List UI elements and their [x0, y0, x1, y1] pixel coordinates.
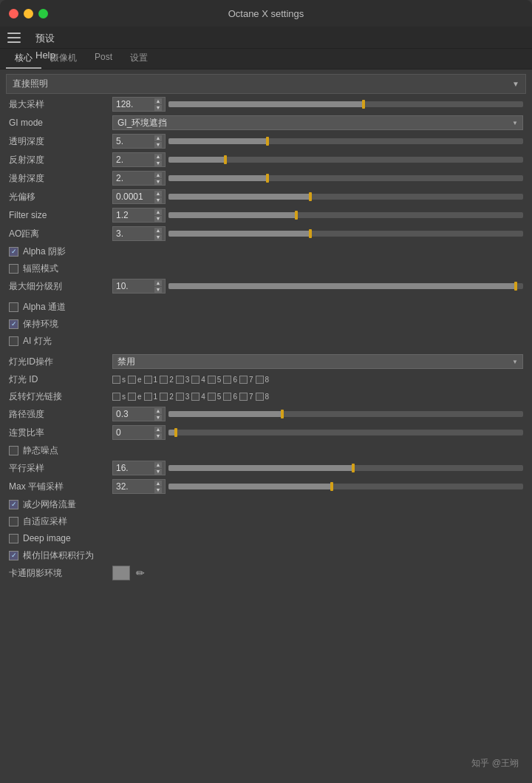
tab-camera[interactable]: 摄像机 — [41, 49, 86, 69]
lightid-checkbox[interactable] — [208, 376, 216, 384]
maximize-button[interactable] — [38, 9, 48, 18]
num-box[interactable]: 10. ▲ ▼ — [112, 279, 166, 294]
num-box[interactable]: 0.3 ▲ ▼ — [112, 407, 166, 421]
lightlink-checkbox[interactable] — [176, 393, 184, 401]
dropdown[interactable]: GI_环境遮挡 ▼ — [112, 115, 523, 130]
checkbox-input[interactable] — [9, 336, 18, 346]
lightid-checkbox[interactable] — [112, 376, 120, 384]
num-box[interactable]: 2. ▲ ▼ — [112, 152, 166, 167]
spinner-up[interactable]: ▲ — [154, 427, 162, 433]
spinner[interactable]: ▲ ▼ — [154, 462, 162, 475]
slider-track[interactable] — [168, 231, 523, 237]
num-box[interactable]: 0 ▲ ▼ — [112, 425, 166, 440]
num-box[interactable]: 128. ▲ ▼ — [112, 97, 166, 112]
checkbox-input[interactable] — [9, 551, 18, 560]
slider-track[interactable] — [168, 212, 523, 218]
spinner[interactable]: ▲ ▼ — [154, 98, 162, 111]
num-box[interactable]: 1.2 ▲ ▼ — [112, 208, 166, 223]
menu-item-presets[interactable]: 预设 — [30, 30, 61, 47]
checkbox-input[interactable] — [9, 517, 18, 526]
spinner-up[interactable]: ▲ — [154, 191, 162, 197]
lightlink-checkbox[interactable] — [144, 393, 152, 401]
spinner-down[interactable]: ▼ — [154, 234, 162, 240]
eyedropper-button[interactable]: ✏ — [136, 567, 145, 579]
minimize-button[interactable] — [24, 9, 33, 18]
lightid-checkbox[interactable] — [191, 376, 200, 384]
checkbox-input[interactable] — [9, 500, 18, 509]
lightid-checkbox[interactable] — [144, 376, 152, 384]
close-button[interactable] — [9, 9, 18, 18]
spinner-up[interactable]: ▲ — [154, 228, 162, 234]
section-header[interactable]: 直接照明 ▼ — [6, 74, 526, 94]
spinner[interactable]: ▲ ▼ — [154, 154, 162, 166]
lightid-checkbox[interactable] — [128, 376, 136, 384]
spinner[interactable]: ▲ ▼ — [154, 408, 162, 421]
dropdown[interactable]: 禁用 ▼ — [112, 354, 523, 369]
spinner-down[interactable]: ▼ — [154, 142, 162, 148]
spinner-down[interactable]: ▼ — [154, 179, 162, 185]
lightid-checkbox[interactable] — [176, 376, 184, 384]
spinner-down[interactable]: ▼ — [154, 415, 162, 421]
tab-post[interactable]: Post — [86, 49, 121, 69]
color-swatch[interactable] — [112, 566, 130, 580]
spinner-down[interactable]: ▼ — [154, 197, 162, 203]
slider-track[interactable] — [168, 194, 523, 200]
spinner-down[interactable]: ▼ — [154, 287, 162, 293]
lightlink-checkbox[interactable] — [256, 393, 264, 401]
slider-track[interactable] — [168, 101, 523, 107]
lightlink-checkbox[interactable] — [208, 393, 216, 401]
spinner-up[interactable]: ▲ — [154, 280, 162, 286]
spinner[interactable]: ▲ ▼ — [154, 481, 162, 493]
slider-track[interactable] — [168, 175, 523, 181]
spinner[interactable]: ▲ ▼ — [154, 172, 162, 185]
lightlink-checkbox[interactable] — [160, 393, 168, 401]
slider-track[interactable] — [168, 465, 523, 471]
spinner-up[interactable]: ▲ — [154, 172, 162, 178]
spinner[interactable]: ▲ ▼ — [154, 191, 162, 203]
spinner-down[interactable]: ▼ — [154, 160, 162, 166]
spinner-up[interactable]: ▲ — [154, 462, 162, 468]
checkbox-input[interactable] — [9, 446, 18, 455]
spinner-up[interactable]: ▲ — [154, 98, 162, 104]
tab-core[interactable]: 核心 — [6, 49, 41, 69]
num-box[interactable]: 3. ▲ ▼ — [112, 226, 166, 241]
slider-track[interactable] — [168, 411, 523, 417]
spinner[interactable]: ▲ ▼ — [154, 135, 162, 148]
spinner-down[interactable]: ▼ — [154, 216, 162, 222]
slider-track[interactable] — [168, 138, 523, 144]
slider-track[interactable] — [168, 484, 523, 489]
spinner-down[interactable]: ▼ — [154, 105, 162, 111]
num-box[interactable]: 32. ▲ ▼ — [112, 479, 166, 494]
spinner-up[interactable]: ▲ — [154, 408, 162, 414]
spinner[interactable]: ▲ ▼ — [154, 280, 162, 293]
lightlink-checkbox[interactable] — [239, 393, 248, 401]
lightid-checkbox[interactable] — [256, 376, 264, 384]
checkbox-input[interactable] — [9, 534, 18, 543]
spinner[interactable]: ▲ ▼ — [154, 209, 162, 222]
lightlink-checkbox[interactable] — [112, 393, 120, 401]
num-box[interactable]: 16. ▲ ▼ — [112, 461, 166, 475]
tab-settings[interactable]: 设置 — [121, 49, 157, 69]
spinner[interactable]: ▲ ▼ — [154, 228, 162, 240]
num-box[interactable]: 2. ▲ ▼ — [112, 171, 166, 186]
spinner-up[interactable]: ▲ — [154, 209, 162, 215]
num-box[interactable]: 0.0001 ▲ ▼ — [112, 189, 166, 204]
checkbox-input[interactable] — [9, 302, 18, 312]
slider-track[interactable] — [168, 157, 523, 163]
checkbox-input[interactable] — [9, 264, 18, 274]
lightid-checkbox[interactable] — [160, 376, 168, 384]
lightlink-checkbox[interactable] — [191, 393, 200, 401]
spinner-up[interactable]: ▲ — [154, 154, 162, 160]
lightlink-checkbox[interactable] — [128, 393, 136, 401]
num-box[interactable]: 5. ▲ ▼ — [112, 134, 166, 149]
spinner-up[interactable]: ▲ — [154, 481, 162, 487]
lightid-checkbox[interactable] — [239, 376, 248, 384]
lightid-checkbox[interactable] — [223, 376, 231, 384]
spinner-down[interactable]: ▼ — [154, 487, 162, 493]
spinner-up[interactable]: ▲ — [154, 135, 162, 141]
lightlink-checkbox[interactable] — [223, 393, 231, 401]
spinner[interactable]: ▲ ▼ — [154, 427, 162, 439]
checkbox-input[interactable] — [9, 247, 18, 257]
slider-track[interactable] — [168, 283, 523, 289]
slider-track[interactable] — [168, 430, 523, 435]
